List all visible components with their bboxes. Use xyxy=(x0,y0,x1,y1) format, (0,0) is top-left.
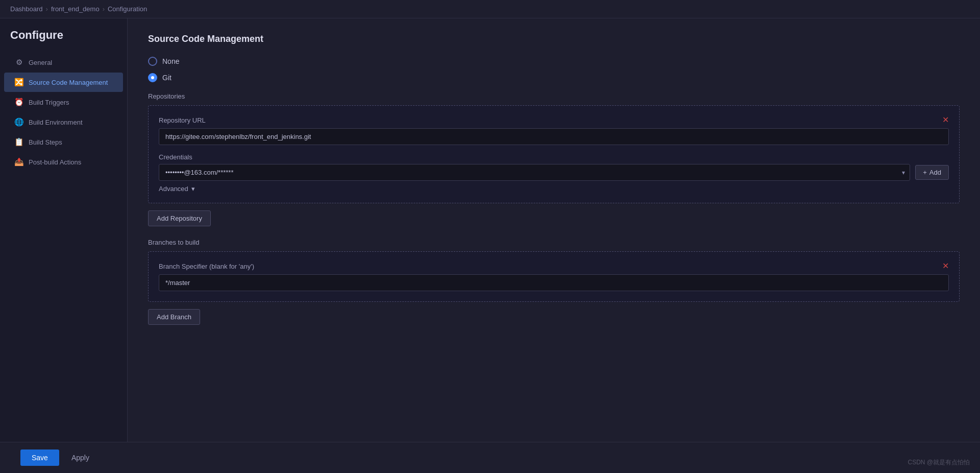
advanced-label: Advanced xyxy=(159,185,188,193)
add-credentials-button[interactable]: + Add xyxy=(915,165,949,180)
breadcrumb-sep-2: › xyxy=(103,5,105,13)
breadcrumb-sep-1: › xyxy=(46,5,48,13)
breadcrumb: Dashboard › front_end_demo › Configurati… xyxy=(0,0,980,18)
add-credentials-label: Add xyxy=(929,169,941,176)
add-repository-button[interactable]: Add Repository xyxy=(148,210,211,226)
radio-none-circle xyxy=(148,57,157,66)
radio-git-circle xyxy=(148,73,157,82)
sidebar-label-source-code: Source Code Management xyxy=(29,79,108,86)
breadcrumb-current: Configuration xyxy=(108,5,147,13)
apply-button[interactable]: Apply xyxy=(69,450,91,466)
gear-icon: ⚙ xyxy=(14,58,23,67)
advanced-toggle-button[interactable]: Advanced ▾ xyxy=(159,185,195,193)
upload-icon: 📤 xyxy=(14,157,23,167)
repo-url-input[interactable] xyxy=(159,128,949,145)
list-icon: 📋 xyxy=(14,137,23,147)
plus-icon: + xyxy=(923,169,927,176)
sidebar-item-source-code[interactable]: 🔀 Source Code Management xyxy=(4,73,123,92)
repository-box: Repository URL ✕ Credentials ••••••••@16… xyxy=(148,105,960,203)
radio-git[interactable]: Git xyxy=(148,73,960,82)
globe-icon: 🌐 xyxy=(14,117,23,127)
credentials-select[interactable]: ••••••••@163.com/****** xyxy=(159,164,910,181)
breadcrumb-project[interactable]: front_end_demo xyxy=(51,5,100,13)
sidebar-item-general[interactable]: ⚙ General xyxy=(4,53,123,72)
credentials-label: Credentials xyxy=(159,153,949,161)
branch-icon: 🔀 xyxy=(14,78,23,87)
repositories-label: Repositories xyxy=(148,92,960,100)
sidebar-label-post-build: Post-build Actions xyxy=(29,158,81,166)
breadcrumb-dashboard[interactable]: Dashboard xyxy=(10,5,43,13)
branch-specifier-header: Branch Specifier (blank for 'any') ✕ xyxy=(159,262,949,270)
repo-url-label: Repository URL xyxy=(159,116,206,124)
repo-url-delete-button[interactable]: ✕ xyxy=(942,116,949,124)
sidebar-item-build-environment[interactable]: 🌐 Build Environment xyxy=(4,112,123,132)
credentials-select-wrapper: ••••••••@163.com/****** ▾ xyxy=(159,164,910,181)
branding: CSDN @就是有点怕怕 xyxy=(908,458,970,467)
action-bar: Save Apply xyxy=(0,442,980,473)
save-button[interactable]: Save xyxy=(20,450,59,466)
repo-url-header: Repository URL ✕ xyxy=(159,116,949,124)
main-content: Source Code Management None Git Reposito… xyxy=(128,18,980,442)
sidebar-label-build-triggers: Build Triggers xyxy=(29,99,69,106)
radio-none-label: None xyxy=(162,57,179,65)
branch-box: Branch Specifier (blank for 'any') ✕ xyxy=(148,251,960,302)
sidebar-label-build-environment: Build Environment xyxy=(29,119,83,126)
branch-specifier-label: Branch Specifier (blank for 'any') xyxy=(159,263,254,270)
sidebar-item-post-build[interactable]: 📤 Post-build Actions xyxy=(4,152,123,172)
add-branch-button[interactable]: Add Branch xyxy=(148,309,200,325)
clock-icon: ⏰ xyxy=(14,98,23,107)
branch-specifier-input[interactable] xyxy=(159,274,949,291)
sidebar-label-general: General xyxy=(29,59,52,66)
chevron-down-icon: ▾ xyxy=(191,185,195,193)
radio-none[interactable]: None xyxy=(148,57,960,66)
page-title: Configure xyxy=(0,29,127,52)
branch-delete-button[interactable]: ✕ xyxy=(942,262,949,270)
sidebar-item-build-steps[interactable]: 📋 Build Steps xyxy=(4,132,123,152)
sidebar-label-build-steps: Build Steps xyxy=(29,138,62,146)
sidebar-item-build-triggers[interactable]: ⏰ Build Triggers xyxy=(4,92,123,112)
scm-radio-group: None Git xyxy=(148,57,960,82)
radio-git-label: Git xyxy=(162,74,172,82)
sidebar: Configure ⚙ General 🔀 Source Code Manage… xyxy=(0,18,128,442)
section-title: Source Code Management xyxy=(148,34,960,44)
branches-to-build-label: Branches to build xyxy=(148,239,960,246)
